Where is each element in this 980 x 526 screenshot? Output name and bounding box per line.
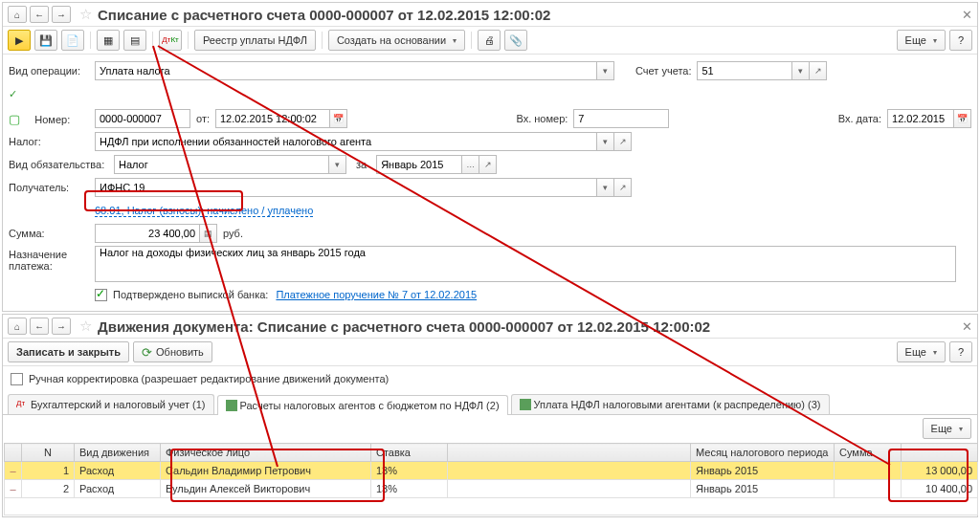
col-person[interactable]: Физическое лицо <box>161 444 371 462</box>
in-date-label: Вх. дата: <box>838 113 881 124</box>
help-icon[interactable]: ? <box>949 30 972 51</box>
help2-icon[interactable]: ? <box>949 341 972 362</box>
col-move[interactable]: Вид движения <box>75 444 161 462</box>
movements-table: N Вид движения Физическое лицо Ставка Ме… <box>4 443 978 515</box>
table-icon[interactable]: ▦ <box>97 30 120 51</box>
window-title: Списание с расчетного счета 0000-000007 … <box>98 7 550 23</box>
col-n[interactable]: N <box>22 444 75 462</box>
obligation-label: Вид обязательства: <box>9 159 114 170</box>
recipient-label: Получатель: <box>9 182 95 193</box>
dtkt2-icon: Дт <box>16 399 28 410</box>
doc-icon[interactable]: 📄 <box>61 30 84 51</box>
forward2-icon[interactable]: → <box>52 318 71 335</box>
back-icon[interactable]: ← <box>30 6 49 23</box>
tab-agents[interactable]: Расчеты налоговых агентов с бюджетом по … <box>217 395 508 415</box>
period-open[interactable]: ↗ <box>479 155 497 174</box>
window2-title: Движения документа: Списание с расчетног… <box>98 318 710 335</box>
register2-icon <box>520 399 531 410</box>
recipient-input[interactable] <box>95 178 597 197</box>
forward-icon[interactable]: → <box>52 6 71 23</box>
col-sum[interactable]: Сумма <box>835 444 902 462</box>
col-sum2[interactable] <box>902 444 978 462</box>
op-type-label: Вид операции: <box>9 65 95 77</box>
period-input[interactable] <box>376 155 462 174</box>
posted-icon: ▢ <box>9 112 20 126</box>
op-type-input[interactable] <box>95 61 597 80</box>
create-based-button[interactable]: Создать на основании <box>328 30 465 51</box>
tab-distribution[interactable]: Уплата НДФЛ налоговыми агентами (к распр… <box>511 394 830 414</box>
period-label: за <box>356 159 367 170</box>
purpose-input[interactable] <box>95 246 956 282</box>
refresh-icon: ⟳ <box>142 345 152 360</box>
refresh-button[interactable]: ⟳Обновить <box>133 341 212 362</box>
back2-icon[interactable]: ← <box>30 318 49 335</box>
sum-calc-icon[interactable]: ▤ <box>200 224 217 243</box>
tab-accounting[interactable]: ДтБухгалтерский и налоговый учет (1) <box>8 394 214 414</box>
obligation-input[interactable] <box>114 155 329 174</box>
table-row[interactable]: – 1 Расход Сальдин Владимир Петрович 13%… <box>5 462 978 480</box>
table-row[interactable]: – 2 Расход Бульдин Алексей Викторович 13… <box>5 480 978 498</box>
tax-open[interactable]: ↗ <box>614 132 632 151</box>
tax-detail-link[interactable]: 68.01, Налог (взносы): начислено / уплач… <box>95 205 313 217</box>
col-month[interactable]: Месяц налогового периода <box>691 444 835 462</box>
in-date-picker-icon[interactable]: 📅 <box>954 109 971 128</box>
in-number-label: Вх. номер: <box>516 113 568 124</box>
print-icon[interactable]: 🖨 <box>478 30 501 51</box>
tax-input[interactable] <box>95 132 597 151</box>
recipient-dropdown[interactable]: ▾ <box>597 178 614 197</box>
in-date-input[interactable] <box>887 109 954 128</box>
date-picker-icon[interactable]: 📅 <box>330 109 347 128</box>
date-input[interactable] <box>215 109 330 128</box>
obligation-dropdown[interactable]: ▾ <box>329 155 346 174</box>
col-empty[interactable] <box>448 444 691 462</box>
acct-input[interactable] <box>697 61 792 80</box>
acct-open[interactable]: ↗ <box>810 61 827 80</box>
col-row-icon[interactable] <box>5 444 22 462</box>
close-icon[interactable]: ✕ <box>962 8 972 22</box>
op-type-dropdown[interactable]: ▾ <box>597 61 614 80</box>
save-icon[interactable]: 💾 <box>34 30 57 51</box>
status-icon: ✓ <box>9 88 95 100</box>
recipient-open[interactable]: ↗ <box>614 178 632 197</box>
save-close-button[interactable]: Записать и закрыть <box>8 341 129 362</box>
col-rate[interactable]: Ставка <box>371 444 448 462</box>
confirmed-label: Подтверждено выпиской банка: <box>113 289 268 300</box>
registry-button[interactable]: Реестр уплаты НДФЛ <box>194 30 316 51</box>
in-number-input[interactable] <box>573 109 669 128</box>
manual-edit-checkbox[interactable] <box>11 373 23 385</box>
dtkt-icon[interactable]: ДтКт <box>159 30 182 51</box>
period-select[interactable]: … <box>462 155 479 174</box>
home-icon[interactable]: ⌂ <box>8 6 27 23</box>
acct-label: Счет учета: <box>635 65 691 77</box>
favorite-icon[interactable]: ☆ <box>79 6 92 23</box>
tax-label: Налог: <box>9 136 95 147</box>
tax-dropdown[interactable]: ▾ <box>597 132 614 151</box>
payment-order-link[interactable]: Платежное поручение № 7 от 12.02.2015 <box>276 289 477 300</box>
sum-label: Сумма: <box>9 228 95 239</box>
number-input[interactable] <box>95 109 190 128</box>
more3-button[interactable]: Еще <box>923 418 971 439</box>
favorite2-icon[interactable]: ☆ <box>79 318 92 335</box>
conduct-icon[interactable]: ▶ <box>8 30 31 51</box>
more-button[interactable]: Еще <box>897 30 946 51</box>
close2-icon[interactable]: ✕ <box>962 319 972 334</box>
purpose-label: Назначение платежа: <box>9 246 95 272</box>
clip-icon[interactable]: 📎 <box>504 30 527 51</box>
manual-edit-label: Ручная корректировка (разрешает редактир… <box>29 373 389 384</box>
sum-input[interactable] <box>95 224 200 243</box>
acct-dropdown[interactable]: ▾ <box>792 61 810 80</box>
confirmed-checkbox[interactable] <box>95 289 107 301</box>
table2-icon[interactable]: ▤ <box>123 30 146 51</box>
register-icon <box>226 400 237 411</box>
from-label: от: <box>196 113 210 124</box>
more2-button[interactable]: Еще <box>897 341 946 362</box>
currency-label: руб. <box>223 228 243 239</box>
home2-icon[interactable]: ⌂ <box>8 318 27 335</box>
